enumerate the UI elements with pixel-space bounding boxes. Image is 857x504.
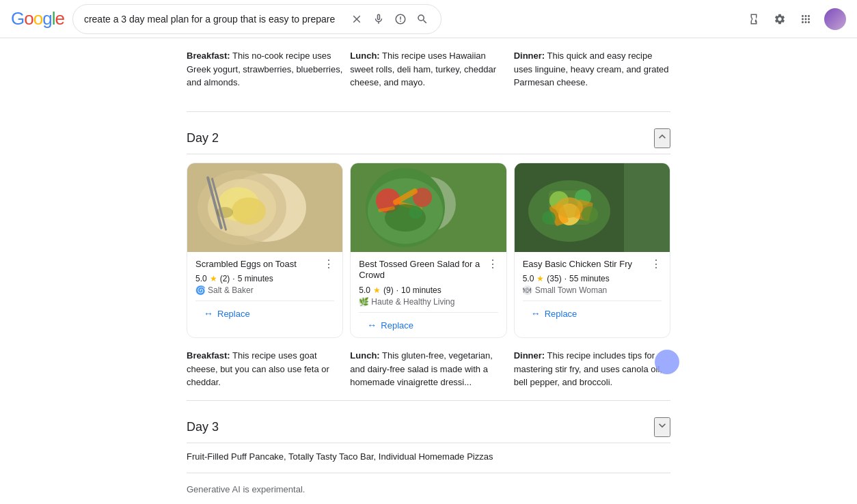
search-input[interactable] [84,14,344,25]
divider-footer [187,473,670,473]
svg-point-3 [232,197,266,225]
dinner-pre-col: Dinner: This quick and easy recipe uses … [514,49,670,89]
recipe-title-salad: Best Tossed Green Salad for a Crowd [359,259,484,282]
replace-btn-stirfry[interactable]: ↔ Replace [523,301,662,326]
search-bar[interactable] [72,4,441,34]
day2-meal-descriptions: Breakfast: This recipe uses goat cheese,… [187,349,670,389]
separator-salad: · [396,285,398,295]
source-name-salad: Haute & Healthy Living [371,297,454,307]
more-options-stirfry[interactable]: ⋮ [648,259,662,270]
recipe-title-stirfry: Easy Basic Chicken Stir Fry [523,259,648,270]
replace-label-stirfry: Replace [545,309,577,319]
search-button[interactable] [415,12,430,27]
day2-header: Day 2 [187,123,670,154]
replace-icon-stirfry: ↔ [531,308,541,319]
recipe-image-salad [351,163,506,252]
dinner-pre-label: Dinner: [514,51,545,61]
lunch-pre-label: Lunch: [350,51,379,61]
main-content: Breakfast: This no-cook recipe uses Gree… [0,38,857,504]
day3-title: Day 3 [187,420,219,434]
source-name-scrambled: Salt & Baker [208,285,254,295]
day2-title: Day 2 [187,131,219,145]
search-icons [349,12,430,27]
day3-summary: Fruit-Filled Puff Pancake, Totally Tasty… [187,451,670,462]
separator-scrambled: · [232,274,234,283]
day2-lunch-label: Lunch: [350,350,379,361]
svg-point-5 [217,207,233,218]
svg-point-24 [582,206,598,223]
rating-row-scrambled: 5.0 ★ (2) · 5 minutes [195,274,334,283]
review-count-salad: (9) [383,285,394,295]
recipe-card-stirfry: Easy Basic Chicken Stir Fry ⋮ 5.0 ★ (35)… [514,163,670,339]
lunch-pre-col: Lunch: This recipe uses Hawaiian sweet r… [350,49,506,89]
lens-search-button[interactable] [393,12,408,27]
more-options-salad[interactable]: ⋮ [485,259,498,270]
rating-value-scrambled: 5.0 [195,274,207,283]
star-icon-scrambled: ★ [210,274,217,283]
settings-button[interactable] [772,12,787,27]
day2-breakfast-desc: Breakfast: This recipe uses goat cheese,… [187,349,343,389]
star-icon-salad: ★ [373,285,381,295]
divider-day2-day3 [187,400,670,401]
scroll-bubble [655,350,679,374]
day3-expand-button[interactable] [654,417,670,437]
source-row-scrambled: 🌀 Salt & Baker [195,285,334,295]
recipe-title-row-2: Best Tossed Green Salad for a Crowd ⋮ [359,259,498,282]
recipe-meta-stirfry: 5.0 ★ (35) · 55 minutes 🍽 Small Town Wom… [523,274,662,301]
recipe-card-scrambled: Scrambled Eggs on Toast ⋮ 5.0 ★ (2) · 5 … [187,163,343,339]
lab-icon-btn[interactable] [746,12,761,27]
replace-label-salad: Replace [381,320,413,331]
top-scroll-content: Breakfast: This no-cook recipe uses Gree… [187,49,670,106]
day3-header: Day 3 [187,412,670,443]
rating-row-salad: 5.0 ★ (9) · 10 minutes [359,285,498,295]
replace-label-scrambled: Replace [217,309,250,319]
day2-breakfast-label: Breakfast: [187,350,230,361]
star-icon-stirfry: ★ [536,274,544,283]
source-row-salad: 🌿 Haute & Healthy Living [359,297,498,307]
source-name-stirfry: Small Town Woman [535,285,608,295]
day2-recipe-cards: Scrambled Eggs on Toast ⋮ 5.0 ★ (2) · 5 … [187,163,670,339]
top-right-icons [746,8,846,30]
rating-value-salad: 5.0 [359,285,370,295]
rating-value-stirfry: 5.0 [523,274,534,283]
day3-section: Day 3 Fruit-Filled Puff Pancake, Totally… [187,412,670,462]
pre-meal-descriptions: Breakfast: This no-cook recipe uses Gree… [187,49,670,89]
recipe-info-stirfry: Easy Basic Chicken Stir Fry ⋮ 5.0 ★ (35)… [515,252,670,326]
svg-point-23 [542,211,556,225]
source-icon-scrambled: 🌀 [195,285,205,295]
review-count-scrambled: (2) [220,274,230,283]
source-icon-stirfry: 🍽 [523,285,532,295]
voice-search-button[interactable] [371,12,386,27]
time-scrambled: 5 minutes [238,274,273,283]
day2-dinner-label: Dinner: [514,350,545,361]
time-salad: 10 minutes [401,285,441,295]
time-stirfry: 55 minutes [569,274,610,283]
source-icon-salad: 🌿 [359,297,368,307]
recipe-card-salad: Best Tossed Green Salad for a Crowd ⋮ 5.… [350,163,506,339]
replace-icon-scrambled: ↔ [204,308,213,319]
source-row-stirfry: 🍽 Small Town Woman [523,285,662,295]
recipe-image-scrambled [187,163,342,252]
review-count-stirfry: (35) [547,274,561,283]
breakfast-pre-label: Breakfast: [187,51,230,61]
more-options-scrambled[interactable]: ⋮ [321,259,334,270]
separator-stirfry: · [564,274,567,283]
recipe-title-scrambled: Scrambled Eggs on Toast [195,259,321,270]
replace-btn-scrambled[interactable]: ↔ Replace [195,301,334,326]
google-logo: Google [11,8,64,29]
apps-button[interactable] [798,12,813,27]
breakfast-pre-col: Breakfast: This no-cook recipe uses Gree… [187,49,343,89]
recipe-meta-scrambled: 5.0 ★ (2) · 5 minutes 🌀 Salt & Baker [195,274,334,301]
ai-disclaimer: Generative AI is experimental. [187,484,670,494]
replace-btn-salad[interactable]: ↔ Replace [359,313,498,337]
recipe-meta-salad: 5.0 ★ (9) · 10 minutes 🌿 Haute & Healthy… [359,285,498,313]
clear-search-button[interactable] [349,12,364,27]
svg-point-13 [409,206,422,219]
recipe-info-scrambled: Scrambled Eggs on Toast ⋮ 5.0 ★ (2) · 5 … [187,252,342,326]
avatar[interactable] [824,8,846,30]
divider-top [187,111,670,112]
day2-dinner-desc: Dinner: This recipe includes tips for ma… [514,349,670,389]
top-bar: Google [0,0,857,38]
day2-collapse-button[interactable] [654,128,670,148]
svg-point-25 [556,197,583,218]
